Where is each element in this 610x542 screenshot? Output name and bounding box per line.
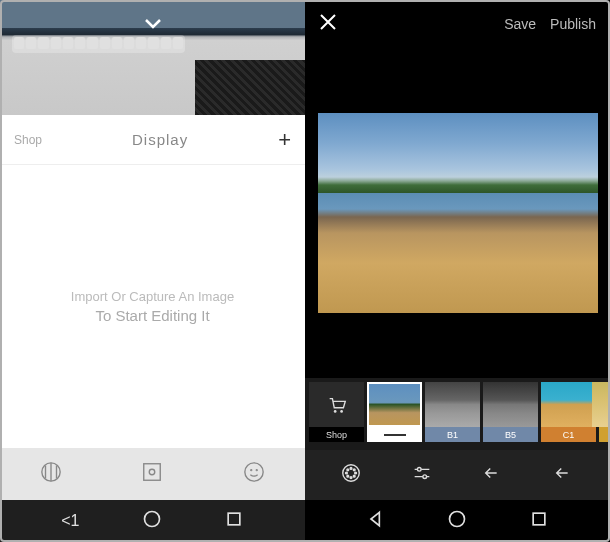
add-icon[interactable]: + <box>278 127 291 153</box>
filter-thumb <box>367 382 422 427</box>
editor-header: Save Publish <box>305 0 610 48</box>
preview-image <box>0 0 305 115</box>
close-icon[interactable] <box>319 11 337 37</box>
display-dropdown[interactable]: Display <box>132 131 188 148</box>
nav-home-icon[interactable] <box>142 509 162 533</box>
svg-point-6 <box>333 410 336 413</box>
svg-point-3 <box>245 463 263 481</box>
macos-dock <box>12 35 185 53</box>
nav-recent-icon[interactable] <box>224 509 244 533</box>
filter-label <box>367 427 422 442</box>
undo-icon[interactable] <box>482 462 504 488</box>
svg-point-10 <box>354 472 356 474</box>
chevron-down-icon[interactable] <box>144 14 162 35</box>
filter-strip[interactable]: Shop B1 B5 C1 F2 <box>305 378 610 450</box>
cart-icon <box>309 382 364 427</box>
save-button[interactable]: Save <box>504 16 536 32</box>
redo-icon[interactable] <box>553 462 575 488</box>
svg-point-15 <box>347 475 349 477</box>
editing-image[interactable] <box>318 113 598 313</box>
presets-icon[interactable] <box>340 462 362 488</box>
nav-back-icon[interactable] <box>366 509 386 533</box>
svg-point-18 <box>423 475 427 479</box>
svg-point-13 <box>353 469 355 471</box>
empty-state-line1: Import Or Capture An Image <box>71 289 234 304</box>
left-bottom-toolbar <box>0 448 305 500</box>
svg-point-21 <box>450 512 465 527</box>
filter-label: B1 <box>425 427 480 442</box>
filter-label: F2 <box>599 427 610 442</box>
svg-point-16 <box>347 469 349 471</box>
filter-thumb <box>425 382 480 427</box>
left-header: Shop Display + <box>0 115 305 165</box>
filter-thumb <box>592 382 611 427</box>
library-icon[interactable] <box>40 461 62 487</box>
adjust-icon[interactable] <box>411 462 433 488</box>
shop-link[interactable]: Shop <box>14 133 42 147</box>
svg-point-12 <box>345 472 347 474</box>
filter-label: C1 <box>541 427 596 442</box>
svg-rect-1 <box>144 464 161 481</box>
empty-state[interactable]: Import Or Capture An Image To Start Edit… <box>0 165 305 448</box>
svg-point-2 <box>150 469 156 475</box>
android-nav-left: <1 <box>0 500 305 542</box>
publish-button[interactable]: Publish <box>550 16 596 32</box>
svg-rect-20 <box>228 513 240 525</box>
editor-canvas-wrap <box>305 48 610 378</box>
svg-point-7 <box>340 410 343 413</box>
nav-recent-icon[interactable] <box>529 509 549 533</box>
svg-point-9 <box>350 468 352 470</box>
svg-point-11 <box>350 477 352 479</box>
filter-thumb <box>483 382 538 427</box>
left-app-panel: Shop Display + Import Or Capture An Imag… <box>0 0 305 500</box>
filter-shop[interactable]: Shop <box>309 382 364 442</box>
android-nav-right <box>305 500 610 542</box>
svg-point-5 <box>256 470 257 471</box>
nav-badge[interactable]: <1 <box>61 512 79 530</box>
svg-point-14 <box>353 475 355 477</box>
android-nav-bars: <1 <box>0 500 610 542</box>
face-icon[interactable] <box>243 461 265 487</box>
svg-point-17 <box>417 468 421 472</box>
editor-bottom-toolbar <box>305 450 610 500</box>
filter-thumb <box>541 382 596 427</box>
filter-b5[interactable]: B5 <box>483 382 538 442</box>
filter-c1[interactable]: C1 <box>541 382 596 442</box>
right-editor-panel: Save Publish Shop B1 B5 C1 F2 <box>305 0 610 500</box>
filter-b1[interactable]: B1 <box>425 382 480 442</box>
capture-icon[interactable] <box>141 461 163 487</box>
nav-home-icon[interactable] <box>447 509 467 533</box>
empty-state-line2: To Start Editing It <box>95 307 209 324</box>
filter-none[interactable] <box>367 382 422 442</box>
svg-rect-22 <box>533 513 545 525</box>
filter-label: Shop <box>309 427 364 442</box>
svg-point-19 <box>144 512 159 527</box>
filter-f2[interactable]: F2 <box>599 382 610 442</box>
filter-label: B5 <box>483 427 538 442</box>
svg-point-4 <box>251 470 252 471</box>
